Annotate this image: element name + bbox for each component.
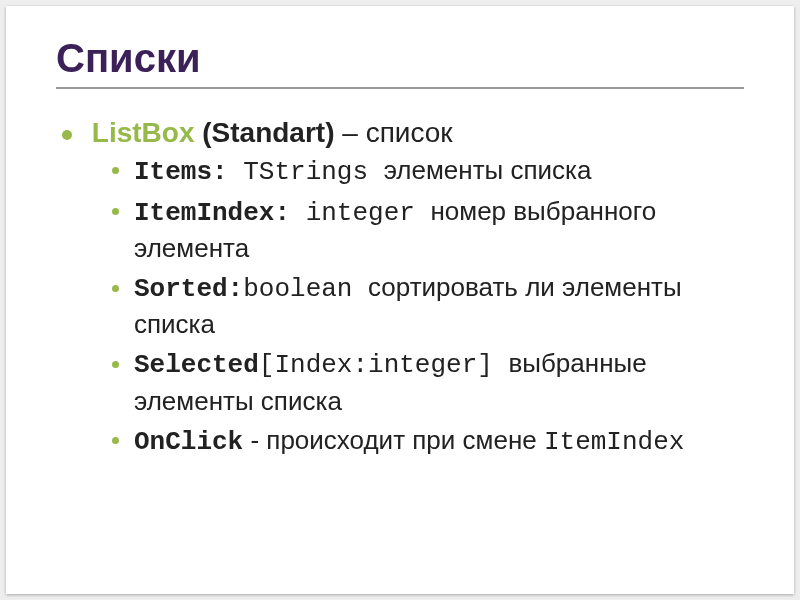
prop-type: TStrings (228, 157, 384, 187)
slide: Списки ListBox (Standart) – список Items… (6, 6, 794, 594)
component-category: (Standart) (202, 117, 334, 148)
prop-desc: происходит при смене (266, 425, 544, 455)
props-list: Items: TStrings элементы списка ItemInde… (84, 153, 744, 460)
list-item: Items: TStrings элементы списка (132, 153, 744, 190)
prop-name: Selected (134, 350, 259, 380)
component-desc: список (366, 117, 453, 148)
prop-name: OnClick (134, 427, 243, 457)
prop-name: Sorted: (134, 274, 243, 304)
list-item: ItemIndex: integer номер выбранного элем… (132, 194, 744, 266)
page-title: Списки (56, 36, 744, 81)
prop-desc: элементы списка (384, 155, 592, 185)
list-item: ListBox (Standart) – список Items: TStri… (84, 117, 744, 460)
dash: - (243, 425, 266, 455)
list-item: Selected[Index:integer] выбранные элемен… (132, 346, 744, 418)
prop-name: Items: (134, 157, 228, 187)
prop-name: ItemIndex: (134, 198, 290, 228)
title-rule (56, 87, 744, 89)
prop-type: integer (290, 198, 430, 228)
list-item: Sorted:boolean сортировать ли элементы с… (132, 270, 744, 342)
prop-tail: ItemIndex (544, 427, 684, 457)
prop-type: [Index:integer] (259, 350, 509, 380)
main-list: ListBox (Standart) – список Items: TStri… (56, 117, 744, 460)
dash: – (342, 117, 365, 148)
list-item: OnClick - происходит при смене ItemIndex (132, 423, 744, 460)
prop-type: boolean (243, 274, 368, 304)
component-name: ListBox (92, 117, 195, 148)
